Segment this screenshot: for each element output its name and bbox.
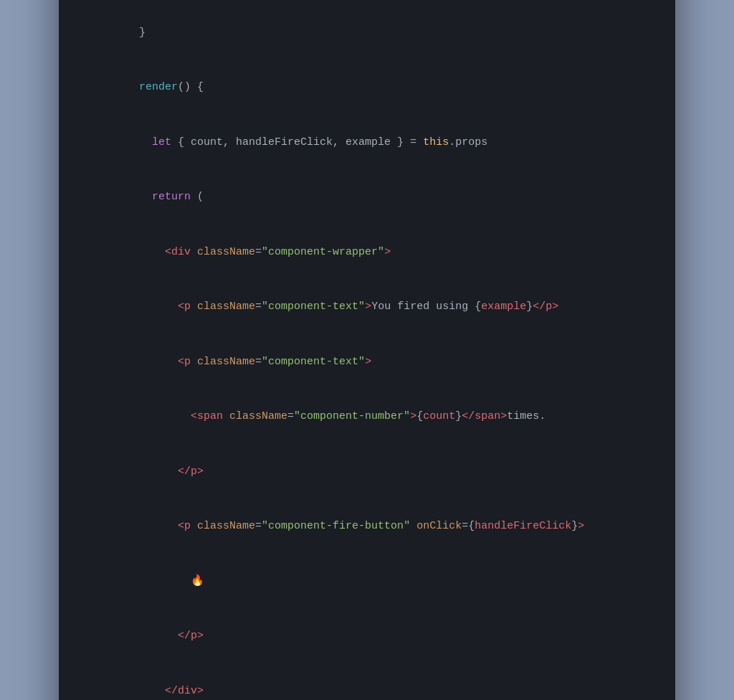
editor-window: src/MainComponent.js import React, { Com… (59, 0, 675, 700)
code-line: return ( (87, 170, 647, 225)
code-line: 🔥 (87, 554, 647, 609)
code-line: <div className="component-wrapper"> (87, 224, 647, 280)
code-line: </p> (87, 444, 647, 499)
code-line: <span className="component-number">{coun… (87, 389, 647, 445)
code-line: </div> (87, 663, 647, 700)
code-line: render() { (87, 60, 647, 115)
code-line: </p> (87, 609, 647, 664)
code-line: <p className="component-text">You fired … (87, 280, 647, 335)
code-line: let { count, handleFireClick, example } … (87, 115, 647, 170)
code-editor[interactable]: import React, { Component } from 'react'… (59, 0, 675, 700)
code-line: } (87, 5, 647, 60)
code-line: <p className="component-text"> (87, 334, 647, 389)
code-line: super(props) (87, 0, 647, 5)
code-line: <p className="component-fire-button" onC… (87, 499, 647, 554)
